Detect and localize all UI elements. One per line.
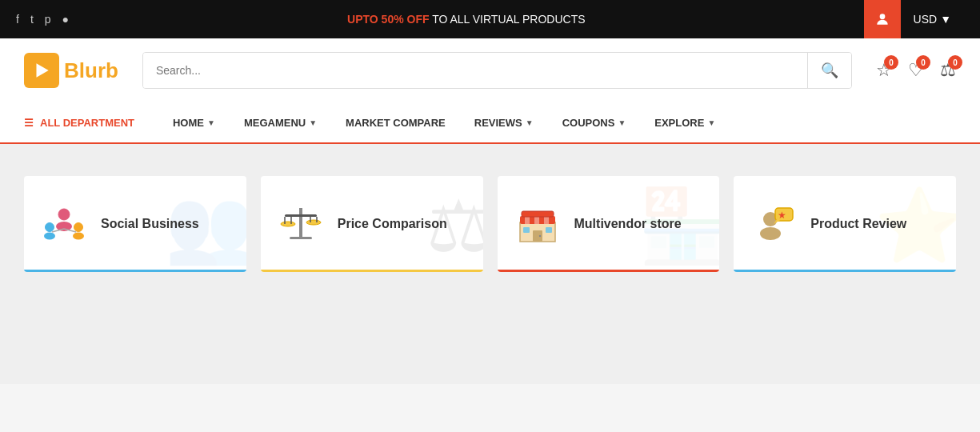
svg-rect-10 (299, 208, 302, 238)
compare-badge: 0 (948, 55, 962, 70)
svg-point-2 (58, 209, 70, 220)
card-product-review-label: Product Review (810, 217, 906, 231)
svg-point-25 (538, 235, 540, 237)
svg-point-7 (73, 233, 84, 240)
globe-icon[interactable]: ● (62, 13, 69, 26)
logo-icon (24, 53, 59, 88)
nav-item-home[interactable]: HOME ▼ (158, 102, 230, 143)
svg-point-16 (306, 220, 321, 225)
nav-items: HOME ▼ MEGAMENU ▼ MARKET COMPARE REVIEWS… (158, 102, 730, 143)
svg-rect-12 (285, 214, 317, 217)
nav-item-reviews[interactable]: REVIEWS ▼ (460, 102, 548, 143)
chevron-down-icon: ▼ (618, 118, 626, 127)
card-social-business[interactable]: 👥 Social Business (24, 176, 246, 272)
nav-item-explore[interactable]: EXPLORE ▼ (640, 102, 730, 143)
search-bar: 🔍 (142, 52, 852, 89)
svg-text:★: ★ (778, 210, 786, 221)
social-business-icon (40, 200, 88, 248)
all-department-button[interactable]: ☰ ALL DEPARTMENT (24, 117, 158, 129)
price-comparison-icon (277, 200, 325, 248)
promo-highlight: UPTO 50% OFF (347, 13, 429, 26)
svg-point-30 (760, 227, 781, 240)
card-multivendor-store[interactable]: 🏪 (498, 176, 720, 272)
card-price-comparison-label: Price Comparison (338, 217, 447, 231)
nav-item-coupons[interactable]: COUPONS ▼ (548, 102, 641, 143)
favorites-badge: 0 (916, 55, 930, 70)
logo[interactable]: Blurb (24, 53, 118, 88)
search-input[interactable] (143, 53, 807, 88)
chevron-down-icon: ▼ (707, 118, 715, 127)
feature-cards: 👥 Social Business (24, 176, 956, 272)
chevron-down-icon: ▼ (309, 118, 317, 127)
svg-point-13 (281, 222, 295, 226)
product-review-icon: ★ (750, 200, 798, 248)
multivendor-store-icon (514, 200, 562, 248)
svg-rect-28 (522, 211, 554, 217)
chevron-down-icon: ▼ (940, 13, 951, 26)
svg-point-6 (74, 223, 83, 232)
twitter-icon[interactable]: t (30, 13, 34, 26)
logo-text: Blurb (64, 58, 118, 83)
svg-point-4 (46, 223, 54, 232)
svg-rect-11 (290, 237, 312, 239)
card-product-review[interactable]: ⭐ ★ Product Review (734, 176, 956, 272)
svg-rect-27 (546, 227, 552, 233)
card-multivendor-store-label: Multivendor store (574, 217, 682, 231)
top-bar: f t p ● UPTO 50% OFF TO ALL VIRTUAL PROD… (0, 0, 980, 38)
chevron-down-icon: ▼ (526, 118, 534, 127)
navigation: ☰ ALL DEPARTMENT HOME ▼ MEGAMENU ▼ MARKE… (0, 102, 980, 144)
hero-section: 👥 Social Business (0, 144, 980, 384)
user-icon-button[interactable] (864, 0, 901, 38)
svg-point-5 (44, 233, 55, 240)
promo-suffix: TO ALL VIRTUAL PRODUCTS (432, 13, 585, 26)
header-icons: ☆ 0 ♡ 0 ⚖ 0 (876, 60, 956, 81)
favorites-icon-button[interactable]: ♡ 0 (908, 60, 924, 81)
card-social-business-label: Social Business (101, 217, 199, 231)
all-department-label: ALL DEPARTMENT (40, 117, 134, 129)
social-links: f t p ● (16, 13, 69, 26)
card-price-comparison[interactable]: ⚖ Price Comparison (261, 176, 483, 272)
svg-rect-24 (533, 230, 542, 242)
wishlist-badge: 0 (884, 55, 898, 70)
currency-selector[interactable]: USD ▼ (901, 13, 964, 26)
compare-icon-button[interactable]: ⚖ 0 (940, 60, 956, 81)
nav-item-market-compare[interactable]: MARKET COMPARE (331, 102, 460, 143)
pinterest-icon[interactable]: p (45, 13, 51, 26)
svg-rect-26 (523, 227, 530, 233)
svg-point-0 (879, 14, 885, 19)
promo-text: UPTO 50% OFF TO ALL VIRTUAL PRODUCTS (347, 13, 585, 26)
facebook-icon[interactable]: f (16, 13, 19, 26)
search-button[interactable]: 🔍 (807, 53, 851, 88)
top-bar-right: USD ▼ (864, 0, 964, 38)
nav-item-megamenu[interactable]: MEGAMENU ▼ (230, 102, 331, 143)
chevron-down-icon: ▼ (207, 118, 215, 127)
hamburger-icon: ☰ (24, 117, 34, 129)
header: Blurb 🔍 ☆ 0 ♡ 0 ⚖ 0 (0, 38, 980, 102)
svg-marker-1 (37, 63, 49, 77)
wishlist-icon-button[interactable]: ☆ 0 (876, 60, 892, 81)
